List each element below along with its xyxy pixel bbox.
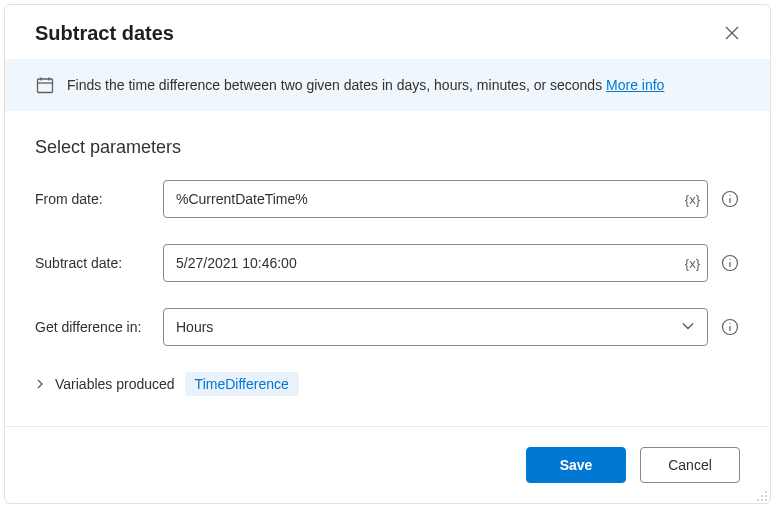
from-date-input[interactable]	[163, 180, 708, 218]
variables-produced-row: Variables produced TimeDifference	[35, 372, 740, 396]
svg-point-23	[761, 495, 763, 497]
subtract-date-input[interactable]	[163, 244, 708, 282]
from-date-info-button[interactable]	[720, 189, 740, 209]
close-icon	[725, 26, 739, 40]
banner-text: Finds the time difference between two gi…	[67, 77, 606, 93]
dialog-header: Subtract dates	[5, 5, 770, 59]
info-icon	[721, 318, 739, 336]
info-banner-text: Finds the time difference between two gi…	[67, 77, 664, 93]
cancel-button[interactable]: Cancel	[640, 447, 740, 483]
from-date-input-wrap: {x}	[163, 180, 708, 218]
more-info-link[interactable]: More info	[606, 77, 664, 93]
svg-point-13	[729, 195, 730, 196]
variable-token-icon[interactable]: {x}	[685, 256, 700, 271]
svg-point-16	[729, 259, 730, 260]
variables-produced-label: Variables produced	[55, 376, 175, 392]
from-date-label: From date:	[35, 191, 163, 207]
resize-grip-icon[interactable]	[756, 489, 768, 501]
info-icon	[721, 190, 739, 208]
section-title: Select parameters	[35, 137, 740, 158]
dialog-footer: Save Cancel	[5, 426, 770, 503]
subtract-dates-dialog: Subtract dates Finds the time difference…	[4, 4, 771, 504]
get-difference-label: Get difference in:	[35, 319, 163, 335]
chevron-right-icon	[35, 379, 45, 389]
calendar-icon	[35, 75, 55, 95]
svg-point-19	[729, 323, 730, 324]
info-icon	[721, 254, 739, 272]
subtract-date-label: Subtract date:	[35, 255, 163, 271]
dialog-content: Select parameters From date: {x} Subtrac…	[5, 111, 770, 426]
variables-expand-toggle[interactable]	[35, 379, 45, 389]
svg-rect-2	[38, 79, 53, 93]
variable-chip-timedifference[interactable]: TimeDifference	[185, 372, 299, 396]
subtract-date-row: Subtract date: {x}	[35, 244, 740, 282]
subtract-date-input-wrap: {x}	[163, 244, 708, 282]
variable-token-icon[interactable]: {x}	[685, 192, 700, 207]
get-difference-row: Get difference in: Hours	[35, 308, 740, 346]
info-banner: Finds the time difference between two gi…	[5, 59, 770, 111]
chevron-down-icon	[681, 319, 695, 336]
svg-point-25	[757, 499, 759, 501]
svg-point-22	[765, 499, 767, 501]
from-date-row: From date: {x}	[35, 180, 740, 218]
subtract-date-info-button[interactable]	[720, 253, 740, 273]
dialog-title: Subtract dates	[35, 22, 174, 45]
get-difference-value: Hours	[176, 319, 213, 335]
save-button[interactable]: Save	[526, 447, 626, 483]
svg-point-20	[765, 491, 767, 493]
get-difference-input-wrap: Hours	[163, 308, 708, 346]
svg-point-24	[761, 499, 763, 501]
get-difference-info-button[interactable]	[720, 317, 740, 337]
get-difference-select[interactable]: Hours	[163, 308, 708, 346]
close-button[interactable]	[718, 19, 746, 47]
svg-point-21	[765, 495, 767, 497]
